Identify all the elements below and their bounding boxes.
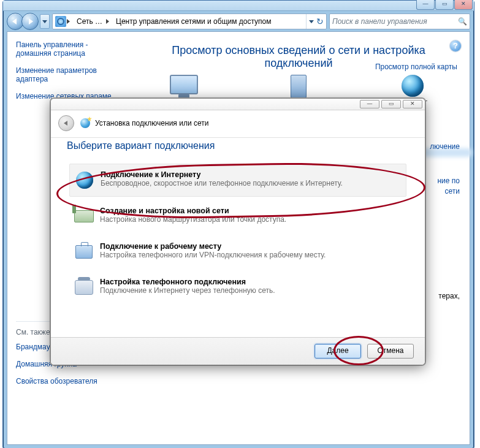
nav-forward-button[interactable]	[21, 13, 39, 30]
nav-history-dropdown[interactable]	[40, 14, 50, 29]
router-icon	[74, 210, 94, 222]
sidebar-link-internet-options[interactable]: Свойства обозревателя	[16, 377, 119, 385]
briefcase-icon	[75, 245, 93, 259]
cancel-button[interactable]: Отмена	[367, 344, 414, 359]
choice-desc: Настройка нового маршрутизатора или точк…	[100, 215, 286, 224]
refresh-icon[interactable]: ↻	[316, 17, 324, 26]
dialog-minimize-button[interactable]: —	[360, 100, 379, 108]
choice-title: Настройка телефонного подключения	[100, 278, 275, 286]
window-minimize-button[interactable]: —	[416, 0, 435, 10]
breadcrumb-box[interactable]: Сеть … Центр управления сетями и общим д…	[52, 13, 327, 29]
dialog-footer: Далее Отмена	[51, 337, 425, 365]
arrow-left-icon	[64, 121, 67, 126]
globe-icon	[76, 172, 93, 189]
wizard-globe-icon	[80, 118, 90, 128]
monitor-icon	[170, 75, 198, 94]
sidebar-link-home[interactable]: Панель управления - домашняя страница	[16, 40, 119, 58]
setup-connection-dialog: — ▭ ✕ Установка подключения или сети Выб…	[50, 98, 425, 365]
window-maximize-button[interactable]: ▭	[435, 0, 454, 10]
partial-text: сети	[445, 187, 460, 196]
address-bar: Сеть … Центр управления сетями и общим д…	[7, 13, 470, 29]
globe-icon	[402, 75, 424, 97]
choice-title: Подключение к Интернету	[101, 170, 343, 179]
dialog-back-button[interactable]	[58, 115, 74, 131]
chevron-down-icon	[42, 20, 47, 23]
choice-desc: Подключение к Интернету через телефонную…	[100, 286, 275, 295]
chevron-down-icon[interactable]	[309, 20, 314, 23]
breadcrumb-network[interactable]: Сеть …	[72, 14, 108, 29]
chevron-right-icon	[67, 19, 70, 24]
sidebar-link-adapter-settings[interactable]: Изменение параметров адаптера	[16, 66, 119, 83]
choice-title: Создание и настройка новой сети	[100, 207, 286, 215]
partial-text: терах,	[438, 292, 460, 300]
partial-text: лючение	[430, 142, 460, 151]
view-full-map-link[interactable]: Просмотр полной карты	[375, 63, 457, 71]
choice-list: Подключение к Интернету Беспроводное, ск…	[69, 164, 406, 303]
network-icon	[55, 16, 66, 27]
choice-desc: Настройка телефонного или VPN-подключени…	[100, 251, 326, 259]
choice-dialup[interactable]: Настройка телефонного подключения Подклю…	[69, 271, 406, 303]
tower-icon	[291, 75, 307, 98]
next-button[interactable]: Далее	[314, 344, 361, 359]
dialog-maximize-button[interactable]: ▭	[381, 100, 401, 108]
search-input[interactable]: Поиск в панели управления 🔍	[329, 13, 470, 29]
choice-internet[interactable]: Подключение к Интернету Беспроводное, ск…	[69, 164, 406, 197]
dialog-subtitle: Установка подключения или сети	[95, 119, 208, 127]
phone-icon	[75, 280, 93, 295]
help-icon[interactable]: ?	[450, 40, 461, 51]
search-placeholder: Поиск в панели управления	[332, 17, 427, 26]
search-icon: 🔍	[458, 17, 467, 26]
window-titlebar[interactable]: — ▭ ✕	[3, 1, 474, 11]
dialog-close-button[interactable]: ✕	[403, 100, 422, 108]
breadcrumb-network-center[interactable]: Центр управления сетями и общим доступом	[111, 14, 277, 29]
chevron-right-icon	[106, 19, 109, 24]
partial-text: ние по	[437, 177, 460, 185]
window-close-button[interactable]: ✕	[454, 0, 473, 10]
choice-title: Подключение к рабочему месту	[100, 242, 326, 251]
dialog-titlebar[interactable]: — ▭ ✕	[51, 99, 425, 110]
dialog-heading: Выберите вариант подключения	[67, 140, 417, 151]
choice-desc: Беспроводное, скоростное или телефонное …	[101, 179, 343, 188]
choice-new-network[interactable]: Создание и настройка новой сети Настройк…	[69, 200, 406, 232]
choice-workplace[interactable]: Подключение к рабочему месту Настройка т…	[69, 236, 406, 268]
